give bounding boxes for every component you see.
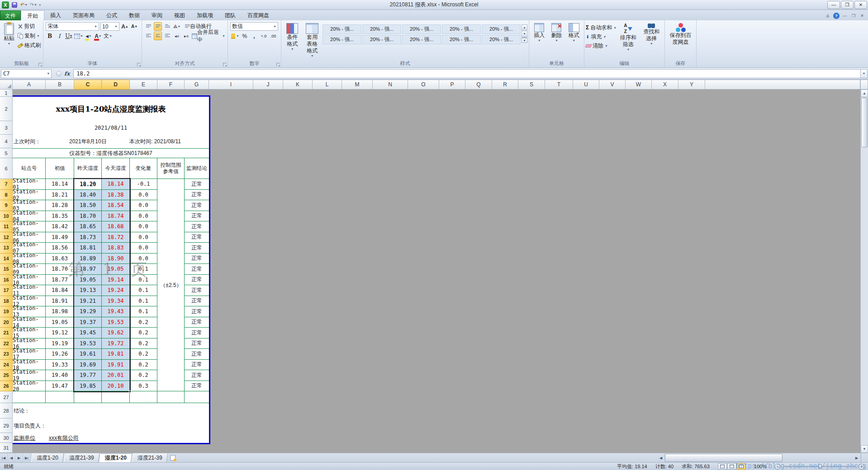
cell-change-11[interactable]: 0.1 xyxy=(130,285,157,296)
row-header-14[interactable]: 14 xyxy=(0,254,13,264)
table-header-7[interactable]: 监测结论 xyxy=(185,158,209,179)
scroll-right-icon[interactable]: ▶ xyxy=(853,453,861,462)
column-header-R[interactable]: R xyxy=(492,80,518,89)
increase-indent-button[interactable]: ▸≡ xyxy=(182,32,190,40)
row-header-21[interactable]: 21 xyxy=(0,328,13,338)
align-middle-button[interactable] xyxy=(154,22,162,31)
cell-result-7[interactable]: 正常 xyxy=(185,243,209,254)
empty-cell-5[interactable] xyxy=(130,391,157,403)
normal-view-button[interactable] xyxy=(718,463,727,470)
cell-today-19[interactable]: 20.01 xyxy=(102,370,130,381)
restore-button[interactable]: ❐ xyxy=(841,1,854,9)
cell-initial-3[interactable]: 18.28 xyxy=(46,200,74,211)
doc-close-icon[interactable]: ✕ xyxy=(859,13,865,19)
cell-yesterday-5[interactable]: 18.65 xyxy=(74,221,102,232)
row-header-26[interactable]: 26 xyxy=(0,381,13,392)
cell-result-11[interactable]: 正常 xyxy=(185,285,209,296)
column-header-N[interactable]: N xyxy=(373,80,408,89)
cell-initial-1[interactable]: 18.14 xyxy=(46,179,74,190)
cell-today-5[interactable]: 18.68 xyxy=(102,221,130,232)
formula-input[interactable]: 18.2 xyxy=(73,69,860,78)
cell-style-item[interactable]: 20% - 强... xyxy=(402,35,441,44)
cell-result-5[interactable]: 正常 xyxy=(185,221,209,232)
row-header-10[interactable]: 10 xyxy=(0,211,13,222)
row-header-31[interactable]: 31 xyxy=(0,443,13,453)
scroll-up-icon[interactable]: ▲ xyxy=(861,89,868,97)
column-header-A[interactable]: A xyxy=(13,80,46,89)
cell-result-15[interactable]: 正常 xyxy=(185,328,209,338)
row-header-8[interactable]: 8 xyxy=(0,190,13,201)
cell-initial-18[interactable]: 19.33 xyxy=(46,360,74,371)
column-header-M[interactable]: M xyxy=(342,80,373,89)
number-format-select[interactable]: 数值▼ xyxy=(230,22,278,31)
cell-yesterday-7[interactable]: 18.81 xyxy=(74,243,102,254)
number-dialog-launcher[interactable] xyxy=(276,63,280,66)
cell-style-item[interactable]: 20% - 强... xyxy=(482,35,521,44)
cell-initial-19[interactable]: 19.40 xyxy=(46,370,74,381)
column-header-B[interactable]: B xyxy=(46,80,74,89)
empty-cell-3[interactable] xyxy=(74,391,102,403)
orientation-button[interactable]: ⟁▼ xyxy=(173,22,181,31)
row-header-9[interactable]: 9 xyxy=(0,200,13,211)
cell-today-4[interactable]: 18.74 xyxy=(102,211,130,222)
table-header-6[interactable]: 控制范围参考值 xyxy=(157,158,185,179)
cell-style-item[interactable]: 20% - 强... xyxy=(442,24,481,34)
row-header-16[interactable]: 16 xyxy=(0,275,13,286)
scroll-left-icon[interactable]: ◀ xyxy=(657,453,665,462)
cell-today-14[interactable]: 19.53 xyxy=(102,317,130,328)
cell-style-item[interactable]: 20% - 强... xyxy=(362,35,401,44)
clear-button[interactable]: 清除▼ xyxy=(586,42,617,50)
ribbon-tab-页面布局[interactable]: 页面布局 xyxy=(67,10,100,20)
copy-button[interactable]: 复制▼ xyxy=(17,31,42,41)
page-layout-view-button[interactable] xyxy=(727,463,736,470)
vertical-scrollbar[interactable]: ▲ ▼ xyxy=(860,89,868,453)
row-header-5[interactable]: 5 xyxy=(0,148,13,158)
cell-change-18[interactable]: 0.2 xyxy=(130,360,157,371)
autosum-button[interactable]: Σ自动求和▼ xyxy=(586,24,617,32)
cell-today-1[interactable]: 18.14 xyxy=(102,179,130,190)
cell-style-item[interactable]: 20% - 强... xyxy=(323,35,361,44)
bold-button[interactable]: B xyxy=(46,32,54,40)
cell-today-18[interactable]: 19.91 xyxy=(102,360,130,371)
vertical-scroll-thumb[interactable] xyxy=(861,98,868,147)
column-header-P[interactable]: P xyxy=(439,80,465,89)
row-header-1[interactable]: 1 xyxy=(0,89,13,97)
row-header-4[interactable]: 4 xyxy=(0,135,13,148)
gallery-up-icon[interactable]: ▲ xyxy=(522,24,527,30)
row-header-2[interactable]: 2 xyxy=(0,97,13,121)
align-center-button[interactable] xyxy=(154,32,162,40)
ribbon-tab-审阅[interactable]: 审阅 xyxy=(146,10,168,20)
font-color-button[interactable]: A▼ xyxy=(94,32,102,40)
cell-change-16[interactable]: 0.2 xyxy=(130,338,157,349)
cell-initial-20[interactable]: 19.47 xyxy=(46,381,74,392)
table-header-4[interactable]: 今天湿度 xyxy=(102,158,130,179)
borders-button[interactable]: ▼ xyxy=(74,32,83,40)
font-dialog-launcher[interactable] xyxy=(137,63,141,66)
align-top-button[interactable] xyxy=(144,22,152,31)
cell-yesterday-20[interactable]: 19.85 xyxy=(74,381,102,392)
table-header-3[interactable]: 昨天湿度 xyxy=(74,158,102,179)
row-header-17[interactable]: 17 xyxy=(0,285,13,296)
decrease-indent-button[interactable]: ◂≡ xyxy=(173,32,181,40)
tab-split-handle[interactable] xyxy=(861,453,868,462)
cell-change-19[interactable]: 0.2 xyxy=(130,370,157,381)
cell-today-16[interactable]: 19.72 xyxy=(102,338,130,349)
column-header-I[interactable]: I xyxy=(209,80,253,89)
paste-button[interactable]: 粘贴▼ xyxy=(1,22,17,50)
row-header-29[interactable]: 29 xyxy=(0,418,13,433)
row-header-30[interactable]: 30 xyxy=(0,433,13,443)
scroll-down-icon[interactable]: ▼ xyxy=(861,445,868,453)
cell-change-15[interactable]: 0.2 xyxy=(130,328,157,338)
select-all-corner[interactable] xyxy=(0,80,13,89)
delete-cells-button[interactable]: ✕ 删除▼ xyxy=(549,22,564,60)
column-header-F[interactable]: F xyxy=(157,80,185,89)
cell-change-14[interactable]: 0.2 xyxy=(130,317,157,328)
control-range-cell[interactable]: （±2.5） xyxy=(157,179,185,391)
empty-cell-6[interactable] xyxy=(157,391,185,403)
cell-initial-6[interactable]: 18.49 xyxy=(46,232,74,243)
ribbon-tab-加载项[interactable]: 加载项 xyxy=(191,10,219,20)
cell-result-17[interactable]: 正常 xyxy=(185,349,209,360)
cell-yesterday-11[interactable]: 19.13 xyxy=(74,285,102,296)
cell-initial-2[interactable]: 18.21 xyxy=(46,190,74,201)
cell-style-item[interactable]: 20% - 强... xyxy=(362,24,401,34)
